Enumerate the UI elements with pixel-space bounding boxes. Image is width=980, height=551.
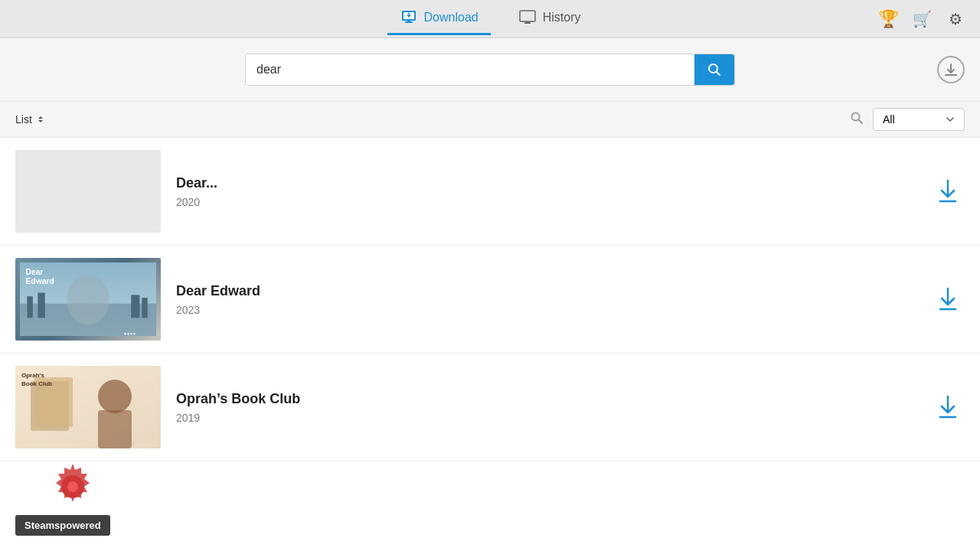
content-area: Dear... 2020 bbox=[0, 138, 980, 551]
header: Download History 🏆 🛒 ⚙ bbox=[0, 0, 980, 38]
tab-history-label: History bbox=[543, 11, 581, 24]
global-download-icon bbox=[944, 63, 958, 77]
result-thumbnail-dear bbox=[15, 150, 161, 233]
svg-rect-5 bbox=[520, 11, 535, 21]
tab-download[interactable]: Download bbox=[387, 2, 491, 35]
svg-text:●●●●: ●●●● bbox=[124, 331, 136, 336]
svg-text:Oprah's: Oprah's bbox=[21, 372, 44, 379]
settings-icon: ⚙ bbox=[949, 10, 962, 28]
trophy-icon: 🏆 bbox=[878, 9, 899, 29]
trophy-button[interactable]: 🏆 bbox=[876, 7, 900, 31]
search-wrapper bbox=[245, 54, 735, 86]
svg-text:Book Club: Book Club bbox=[21, 380, 52, 387]
svg-rect-16 bbox=[27, 296, 32, 318]
svg-rect-18 bbox=[131, 295, 139, 318]
search-icon bbox=[707, 62, 722, 77]
download-arrow-icon bbox=[937, 287, 959, 311]
tab-history[interactable]: History bbox=[506, 2, 593, 35]
result-thumbnail-oprah: Oprah's Book Club bbox=[15, 366, 161, 448]
result-year-dear: 2020 bbox=[176, 196, 916, 208]
result-year-dear-edward: 2023 bbox=[176, 304, 916, 316]
result-title-dear: Dear... bbox=[176, 175, 916, 191]
result-info-dear-edward: Dear Edward 2023 bbox=[176, 283, 916, 316]
svg-text:Edward: Edward bbox=[25, 277, 54, 285]
svg-text:Dear: Dear bbox=[25, 268, 43, 276]
search-area bbox=[0, 38, 980, 102]
search-button[interactable] bbox=[694, 54, 734, 85]
toolbar-right: All bbox=[850, 108, 965, 131]
header-right: 🏆 🛒 ⚙ bbox=[876, 7, 968, 31]
download-button-oprah[interactable] bbox=[931, 390, 965, 424]
svg-rect-29 bbox=[98, 410, 132, 448]
svg-rect-19 bbox=[142, 298, 147, 318]
download-arrow-icon bbox=[937, 179, 959, 204]
search-input[interactable] bbox=[246, 54, 694, 85]
svg-rect-3 bbox=[407, 20, 410, 22]
svg-rect-6 bbox=[524, 22, 531, 24]
result-title-dear-edward: Dear Edward bbox=[176, 283, 916, 299]
result-item: Oprah's Book Club Oprah’s Book Club 2019 bbox=[0, 354, 980, 461]
svg-line-9 bbox=[717, 72, 720, 76]
download-button-dear[interactable] bbox=[931, 174, 965, 208]
svg-rect-17 bbox=[38, 293, 44, 318]
history-tab-icon bbox=[518, 8, 537, 27]
toolbar: List All bbox=[0, 102, 980, 138]
result-info-dear: Dear... 2020 bbox=[176, 175, 916, 208]
result-item: Dear... 2020 bbox=[0, 138, 980, 246]
result-thumbnail-dear-edward: Dear Edward ●●●● bbox=[15, 258, 161, 341]
result-item: Dear Edward ●●●● Dear Edward 2023 bbox=[0, 246, 980, 354]
cart-button[interactable]: 🛒 bbox=[910, 7, 934, 31]
svg-point-28 bbox=[98, 380, 132, 413]
result-year-oprah: 2019 bbox=[176, 412, 916, 424]
global-download-button[interactable] bbox=[937, 56, 965, 83]
filter-search-icon[interactable] bbox=[850, 111, 864, 129]
cart-icon: 🛒 bbox=[913, 10, 932, 28]
download-button-dear-edward[interactable] bbox=[931, 282, 965, 316]
result-info-oprah: Oprah’s Book Club 2019 bbox=[176, 391, 916, 424]
list-view-button[interactable]: List bbox=[15, 113, 46, 126]
header-tabs: Download History bbox=[387, 2, 593, 35]
list-sort-icon bbox=[35, 114, 46, 125]
filter-dropdown[interactable]: All bbox=[873, 108, 965, 131]
filter-dropdown-label: All bbox=[883, 113, 895, 126]
settings-button[interactable]: ⚙ bbox=[943, 7, 968, 31]
result-title-oprah: Oprah’s Book Club bbox=[176, 391, 916, 407]
tab-download-label: Download bbox=[424, 11, 479, 24]
magnifier-icon bbox=[850, 111, 864, 125]
download-tab-icon bbox=[400, 8, 418, 27]
download-arrow-icon bbox=[937, 395, 959, 419]
svg-point-20 bbox=[67, 275, 109, 325]
chevron-down-icon bbox=[946, 115, 955, 124]
list-label: List bbox=[15, 113, 32, 126]
svg-line-12 bbox=[859, 119, 863, 123]
